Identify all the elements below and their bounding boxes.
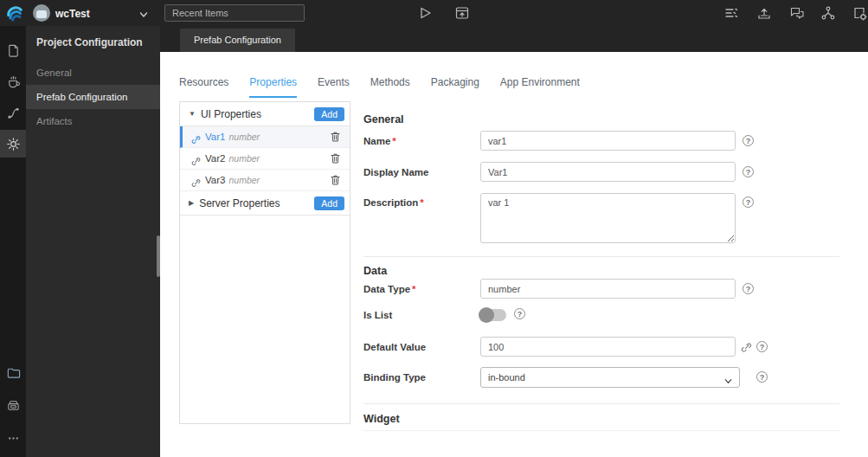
default-value-label: Default Value: [363, 342, 426, 352]
section-title-widget: Widget: [363, 413, 400, 425]
left-rail: [0, 26, 26, 457]
property-row-var3[interactable]: Var3 number: [180, 170, 350, 191]
delete-property-icon[interactable]: [330, 174, 341, 186]
feedback-icon[interactable]: [789, 5, 805, 21]
property-row-var2[interactable]: Var2 number: [180, 148, 350, 170]
export-machine-icon[interactable]: [0, 391, 26, 419]
publish-icon[interactable]: [756, 5, 772, 21]
default-value-input[interactable]: [480, 337, 736, 357]
server-properties-title: Server Properties: [199, 197, 314, 209]
is-list-toggle[interactable]: [480, 309, 506, 321]
property-type: number: [228, 175, 330, 185]
sidebar-scrollbar-thumb[interactable]: [157, 235, 160, 277]
recent-items-input[interactable]: [164, 4, 305, 22]
bind-link-icon: [191, 154, 201, 164]
project-avatar[interactable]: [33, 4, 50, 22]
tab-app-environment[interactable]: App Environment: [500, 76, 580, 98]
pages-icon[interactable]: [0, 36, 26, 64]
app-window: wcTest: [0, 0, 868, 457]
binding-type-value: in-bound: [488, 372, 525, 383]
delete-property-icon[interactable]: [330, 131, 341, 143]
settings-icon[interactable]: [0, 130, 26, 158]
binding-type-label: Binding Type: [363, 372, 426, 383]
toggle-knob: [479, 307, 494, 323]
caret-right-icon: ▶: [189, 199, 194, 207]
required-marker: *: [420, 197, 423, 208]
section-title-general: General: [363, 113, 404, 126]
is-list-label: Is List: [363, 310, 392, 320]
ui-properties-group-header[interactable]: ▼ UI Properties Add: [180, 102, 350, 126]
server-properties-group-header[interactable]: ▶ Server Properties Add: [180, 191, 350, 216]
property-type: number: [228, 132, 330, 142]
java-services-icon[interactable]: [0, 68, 26, 95]
add-server-property-button[interactable]: Add: [314, 196, 344, 210]
bind-link-icon[interactable]: [741, 341, 752, 352]
tab-resources[interactable]: Resources: [179, 76, 228, 98]
content-tab-strip: Resources Properties Events Methods Pack…: [179, 76, 580, 98]
run-icon[interactable]: [417, 5, 433, 21]
project-avatar-image: [36, 10, 47, 18]
caret-down-icon: ▼: [189, 110, 196, 118]
data-type-input[interactable]: [480, 279, 736, 299]
help-icon[interactable]: ?: [756, 371, 768, 383]
tab-methods[interactable]: Methods: [370, 76, 410, 98]
section-divider: [363, 403, 839, 404]
more-icon[interactable]: [0, 424, 26, 452]
required-marker: *: [412, 284, 415, 294]
document-tab-prefab-configuration[interactable]: Prefab Configuration: [180, 29, 295, 52]
sidebar-item-artifacts[interactable]: Artifacts: [26, 109, 160, 133]
display-name-input[interactable]: [480, 162, 736, 182]
bind-link-icon: [191, 176, 201, 185]
tab-events[interactable]: Events: [318, 76, 350, 98]
sidebar-item-general[interactable]: General: [26, 61, 160, 85]
preview-icon[interactable]: [454, 5, 470, 21]
project-name[interactable]: wcTest: [55, 8, 90, 20]
help-icon[interactable]: ?: [756, 341, 768, 352]
help-icon[interactable]: ?: [743, 283, 754, 294]
property-name: Var1: [205, 132, 225, 142]
add-ui-property-button[interactable]: Add: [314, 107, 344, 121]
tab-properties[interactable]: Properties: [249, 76, 297, 98]
property-name: Var3: [205, 175, 225, 185]
document-tab-bar: Prefab Configuration: [160, 26, 868, 52]
bind-link-icon: [191, 132, 201, 142]
export-project-icon[interactable]: [852, 5, 867, 21]
name-input[interactable]: [480, 131, 736, 151]
chevron-down-icon[interactable]: [138, 8, 149, 18]
property-row-var1[interactable]: Var1 number: [180, 126, 350, 148]
description-label: Description*: [363, 197, 424, 208]
panel-title: Project Configuration: [36, 36, 143, 48]
properties-list-panel: ▼ UI Properties Add Var1 number: [179, 101, 350, 424]
name-label: Name*: [363, 136, 396, 146]
binding-type-select[interactable]: in-bound: [480, 367, 740, 388]
help-icon[interactable]: ?: [743, 135, 754, 146]
help-icon[interactable]: ?: [514, 308, 525, 319]
section-divider: [363, 430, 839, 431]
help-icon[interactable]: ?: [743, 166, 754, 177]
section-title-data: Data: [363, 265, 387, 277]
chevron-down-icon: [723, 373, 733, 383]
display-name-label: Display Name: [363, 167, 428, 177]
wavemaker-logo-icon: [5, 3, 24, 23]
help-icon[interactable]: ?: [743, 196, 754, 208]
tab-packaging[interactable]: Packaging: [431, 76, 479, 98]
bindings-icon[interactable]: [0, 99, 26, 126]
description-textarea[interactable]: var 1: [480, 193, 736, 243]
files-icon[interactable]: [0, 358, 26, 386]
ui-properties-title: UI Properties: [201, 108, 314, 120]
delete-property-icon[interactable]: [330, 152, 341, 164]
section-divider: [363, 256, 839, 257]
console-icon[interactable]: [723, 5, 739, 21]
property-type: number: [228, 153, 330, 164]
sidebar-item-prefab-configuration[interactable]: Prefab Configuration: [26, 85, 160, 109]
project-configuration-panel: Project Configuration General Prefab Con…: [26, 26, 160, 457]
top-bar: wcTest: [0, 0, 868, 26]
fork-icon[interactable]: [820, 5, 836, 21]
data-type-label: Data Type*: [363, 284, 416, 294]
required-marker: *: [392, 136, 395, 146]
property-name: Var2: [205, 153, 225, 164]
